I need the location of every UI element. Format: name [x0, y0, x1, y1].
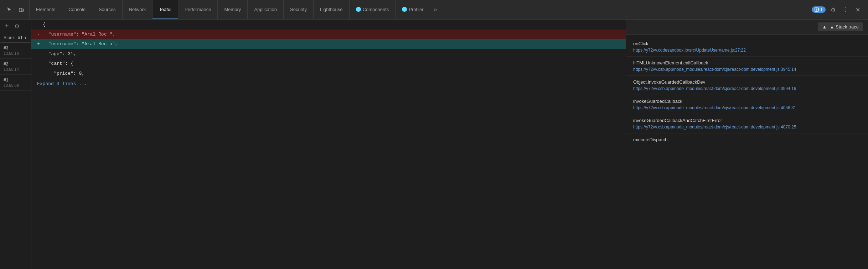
devtools-icons [1, 0, 30, 19]
tab-teaful[interactable]: Teaful [153, 0, 178, 19]
stack-entry-4: invokeGuardedCallbackAndCatchFirstError … [626, 114, 868, 133]
record-button[interactable]: ⊙ [13, 22, 21, 30]
stack-fn-1: HTMLUnknownElement.callCallback [633, 60, 861, 65]
tab-sources[interactable]: Sources [92, 0, 123, 19]
diff-line-0: { [31, 20, 626, 30]
tab-network[interactable]: Network [123, 0, 153, 19]
tab-bar-right-controls: 1 ⚙ ⋮ ✕ [807, 5, 867, 15]
device-toggle-button[interactable] [16, 5, 26, 14]
stack-fn-4: invokeGuardedCallbackAndCatchFirstError [633, 118, 861, 123]
stack-fn-0: onClick [633, 41, 861, 46]
tab-memory[interactable]: Memory [218, 0, 248, 19]
stack-url-4[interactable]: https://y72vv.csb.app/node_modules/react… [633, 125, 796, 130]
svg-rect-0 [19, 8, 22, 12]
stack-entry-3: invokeGuardedCallback https://y72vv.csb.… [626, 95, 868, 114]
tab-lighthouse[interactable]: Lighthouse [314, 0, 350, 19]
diff-line-age: "age": 31, [31, 49, 626, 59]
snapshot-item-2[interactable]: #2 13:55:14 [0, 59, 31, 75]
stack-url-1[interactable]: https://y72vv.csb.app/node_modules/react… [633, 67, 796, 72]
tab-performance[interactable]: Performance [178, 0, 218, 19]
tab-elements[interactable]: Elements [30, 0, 62, 19]
profiler-react-icon [402, 7, 407, 12]
snapshot-item-1[interactable]: #1 13:55:09 [0, 75, 31, 91]
stack-trace-panel: ▲ ▲ Stack trace onClick https://y72vv.co… [626, 20, 868, 269]
expand-lines-link[interactable]: Expand 3 lines ... [31, 78, 626, 89]
main-tabs: Elements Console Sources Network Teaful … [30, 0, 807, 19]
tab-overflow-button[interactable]: » [430, 6, 440, 13]
stack-fn-2: Object.invokeGuardedCallbackDev [633, 79, 861, 85]
snapshot-sidebar: + ⊙ Store: #1 ▾ #3 13:55:16 #2 13:55:14 … [0, 20, 31, 269]
stack-trace-header: ▲ ▲ Stack trace [626, 20, 868, 35]
stack-url-0[interactable]: https://y72vv.codesandbox.io/src/UpdateU… [633, 48, 746, 53]
stack-fn-5: executeDispatch [633, 137, 861, 142]
diff-line-added: + "username": "Aral Roc a", [31, 39, 626, 49]
stack-url-3[interactable]: https://y72vv.csb.app/node_modules/react… [633, 105, 796, 110]
svg-rect-1 [22, 9, 24, 11]
close-devtools-button[interactable]: ✕ [853, 5, 862, 15]
tab-components[interactable]: Components [350, 0, 396, 19]
stack-trace-button[interactable]: ▲ ▲ Stack trace [818, 22, 863, 31]
stack-url-2[interactable]: https://y72vv.csb.app/node_modules/react… [633, 86, 796, 91]
main-layout: + ⊙ Store: #1 ▾ #3 13:55:16 #2 13:55:14 … [0, 20, 868, 269]
snapshot-item-3[interactable]: #3 13:55:16 [0, 43, 31, 59]
notification-badge[interactable]: 1 [812, 6, 826, 13]
inspect-button[interactable] [4, 5, 14, 14]
stack-entry-5: executeDispatch [626, 133, 868, 147]
diff-line-price: "price": 0, [31, 69, 626, 79]
stack-fn-3: invokeGuardedCallback [633, 99, 861, 104]
tab-console[interactable]: Console [62, 0, 92, 19]
settings-button[interactable]: ⚙ [828, 5, 838, 15]
store-selector[interactable]: Store: #1 ▾ [0, 33, 31, 43]
diff-line-cart: "cart": { [31, 59, 626, 69]
react-icon [356, 7, 361, 12]
more-options-button[interactable]: ⋮ [841, 5, 851, 15]
diff-viewer: { - "username": "Aral Roc ", + "username… [31, 20, 626, 269]
sidebar-toolbar: + ⊙ [0, 20, 31, 33]
stack-entry-0: onClick https://y72vv.codesandbox.io/src… [626, 37, 868, 57]
diff-line-removed: - "username": "Aral Roc ", [31, 30, 626, 39]
tab-application[interactable]: Application [248, 0, 284, 19]
stack-entry-1: HTMLUnknownElement.callCallback https://… [626, 57, 868, 76]
tab-security[interactable]: Security [284, 0, 314, 19]
stack-entry-2: Object.invokeGuardedCallbackDev https://… [626, 76, 868, 95]
add-snapshot-button[interactable]: + [4, 22, 10, 31]
stack-trace-body: onClick https://y72vv.codesandbox.io/src… [626, 35, 868, 269]
tab-bar: Elements Console Sources Network Teaful … [0, 0, 868, 20]
tab-profiler[interactable]: Profiler [396, 0, 430, 19]
stack-trace-arrow-icon: ▲ [822, 24, 827, 30]
svg-point-4 [817, 10, 817, 11]
